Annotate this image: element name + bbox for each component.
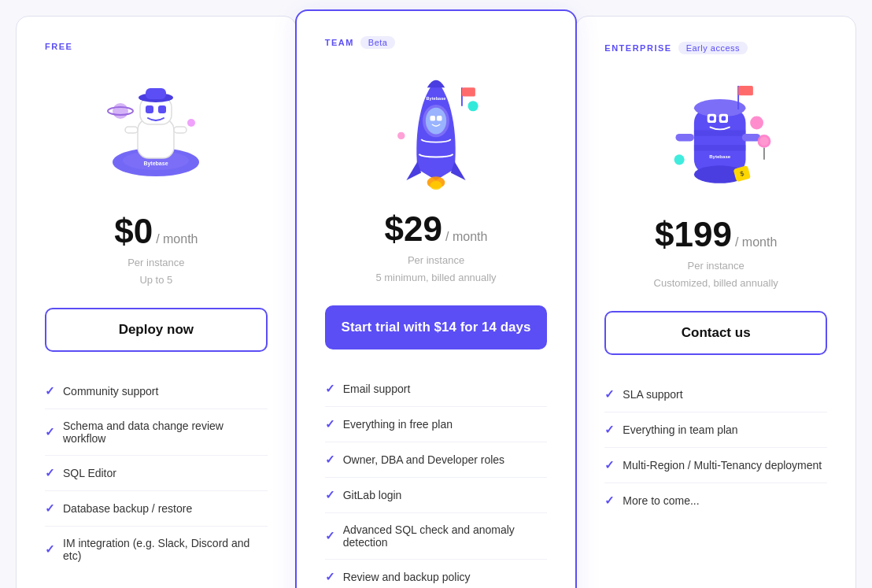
svg-rect-7 xyxy=(146,88,166,99)
svg-rect-9 xyxy=(174,127,187,133)
feature-text: GitLab login xyxy=(343,489,402,501)
svg-point-22 xyxy=(397,132,405,139)
list-item: ✓Review and backup policy xyxy=(325,560,548,588)
svg-point-21 xyxy=(467,101,478,111)
check-icon: ✓ xyxy=(604,494,615,508)
check-icon: ✓ xyxy=(45,425,55,439)
svg-point-40 xyxy=(674,154,684,165)
tier-name-free: FREE xyxy=(45,42,72,51)
check-icon: ✓ xyxy=(325,529,335,543)
list-item: ✓SQL Editor xyxy=(45,456,268,491)
check-icon: ✓ xyxy=(45,466,55,480)
pricing-container: FREE Bytebase $0/ monthPer instanceUp to… xyxy=(16,16,856,588)
feature-text: Advanced SQL check and anomaly detection xyxy=(343,523,548,549)
feature-text: IM integration (e.g. Slack, Discord and … xyxy=(63,537,268,562)
svg-point-15 xyxy=(426,108,446,135)
check-icon: ✓ xyxy=(325,570,335,584)
feature-text: Owner, DBA and Developer roles xyxy=(343,453,504,466)
list-item: ✓GitLab login xyxy=(325,478,548,513)
svg-text:Bytebase: Bytebase xyxy=(144,161,168,167)
list-item: ✓Multi-Region / Multi-Tenancy deployment xyxy=(604,448,827,483)
svg-text:Bytebase: Bytebase xyxy=(426,96,445,101)
tier-name-enterprise: ENTERPRISE xyxy=(604,43,671,53)
svg-rect-38 xyxy=(738,86,753,95)
price-row-enterprise: $199/ month xyxy=(604,215,827,254)
feature-text: Community support xyxy=(63,385,158,398)
features-list-enterprise: ✓SLA support✓Everything in team plan✓Mul… xyxy=(604,377,827,518)
svg-rect-32 xyxy=(709,116,714,121)
price-sub-free: Per instanceUp to 5 xyxy=(45,254,268,289)
cta-button-free[interactable]: Deploy now xyxy=(45,308,268,352)
cta-button-enterprise[interactable]: Contact us xyxy=(604,311,827,355)
list-item: ✓Advanced SQL check and anomaly detectio… xyxy=(325,513,548,560)
feature-text: Database backup / restore xyxy=(63,502,192,515)
pricing-card-enterprise: ENTERPRISEEarly access Bytebase $ $ xyxy=(575,16,856,588)
check-icon: ✓ xyxy=(325,382,335,396)
svg-rect-29 xyxy=(694,145,746,151)
svg-point-19 xyxy=(430,181,442,190)
illustration-free: Bytebase xyxy=(45,64,268,198)
svg-rect-28 xyxy=(694,130,746,136)
list-item: ✓Everything in team plan xyxy=(604,412,827,448)
svg-point-12 xyxy=(187,119,195,127)
feature-text: Review and backup policy xyxy=(343,571,471,583)
svg-rect-4 xyxy=(146,105,153,113)
check-icon: ✓ xyxy=(45,542,55,557)
price-row-team: $29/ month xyxy=(325,209,548,249)
tier-label-team: TEAMBeta xyxy=(325,36,548,49)
feature-text: Everything in team plan xyxy=(623,423,737,436)
illustration-team: Bytebase xyxy=(325,61,548,195)
svg-rect-33 xyxy=(721,116,726,121)
list-item: ✓Everything in free plan xyxy=(325,407,548,442)
svg-text:Bytebase: Bytebase xyxy=(709,153,731,159)
price-period-team: / month xyxy=(445,230,487,244)
svg-rect-16 xyxy=(430,116,435,121)
feature-text: Everything in free plan xyxy=(343,418,453,431)
svg-rect-24 xyxy=(462,87,475,96)
check-icon: ✓ xyxy=(325,453,335,467)
check-icon: ✓ xyxy=(604,423,615,437)
svg-point-44 xyxy=(759,137,768,146)
tier-label-free: FREE xyxy=(45,42,268,51)
svg-point-39 xyxy=(750,116,763,130)
check-icon: ✓ xyxy=(604,387,615,401)
tier-badge-team: Beta xyxy=(360,36,396,49)
price-period-enterprise: / month xyxy=(735,235,777,250)
svg-rect-8 xyxy=(125,127,138,133)
list-item: ✓Schema and data change review workflow xyxy=(45,409,268,456)
pricing-card-free: FREE Bytebase $0/ monthPer instanceUp to… xyxy=(16,16,297,588)
price-period-free: / month xyxy=(156,232,198,246)
check-icon: ✓ xyxy=(45,501,55,516)
tier-badge-enterprise: Early access xyxy=(678,42,748,54)
list-item: ✓IM integration (e.g. Slack, Discord and… xyxy=(45,527,268,572)
svg-rect-5 xyxy=(158,105,166,113)
price-sub-enterprise: Per instanceCustomized, billed annually xyxy=(604,257,827,292)
check-icon: ✓ xyxy=(604,458,615,472)
feature-text: SQL Editor xyxy=(63,467,116,479)
list-item: ✓More to come... xyxy=(604,483,827,518)
feature-text: Multi-Region / Multi-Tenancy deployment xyxy=(623,459,822,472)
tier-label-enterprise: ENTERPRISEEarly access xyxy=(604,42,827,54)
list-item: ✓Owner, DBA and Developer roles xyxy=(325,442,548,478)
pricing-card-team: TEAMBeta Bytebase $29/ monthPer instance… xyxy=(295,9,578,588)
feature-text: SLA support xyxy=(623,388,682,401)
tier-name-team: TEAM xyxy=(325,38,354,47)
feature-text: More to come... xyxy=(623,494,699,507)
list-item: ✓SLA support xyxy=(604,377,827,412)
price-amount-free: $0 xyxy=(114,212,153,251)
features-list-free: ✓Community support✓Schema and data chang… xyxy=(45,374,268,572)
price-amount-team: $29 xyxy=(385,209,442,249)
list-item: ✓Database backup / restore xyxy=(45,491,268,527)
feature-text: Schema and data change review workflow xyxy=(63,420,268,445)
list-item: ✓Community support xyxy=(45,374,268,409)
check-icon: ✓ xyxy=(45,384,55,398)
illustration-enterprise: Bytebase $ xyxy=(604,67,827,201)
check-icon: ✓ xyxy=(325,488,335,502)
list-item: ✓Email support xyxy=(325,372,548,407)
price-sub-team: Per instance5 minimum, billed annually xyxy=(325,252,548,287)
check-icon: ✓ xyxy=(325,417,335,431)
cta-button-team[interactable]: Start trial with $14 for 14 days xyxy=(325,305,548,349)
svg-point-10 xyxy=(113,103,128,119)
features-list-team: ✓Email support✓Everything in free plan✓O… xyxy=(325,372,548,588)
feature-text: Email support xyxy=(343,383,411,395)
